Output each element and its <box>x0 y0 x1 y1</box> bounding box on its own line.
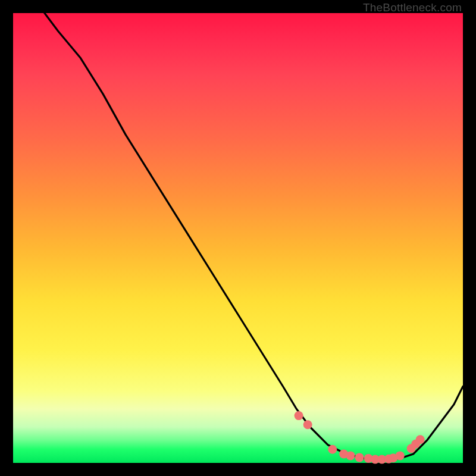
attribution-text: TheBottleneck.com <box>363 1 462 14</box>
highlight-dot <box>396 451 405 460</box>
chart-frame: TheBottleneck.com <box>0 0 476 476</box>
chart-overlay <box>13 13 463 463</box>
highlight-dot <box>346 451 355 460</box>
highlight-dot <box>295 411 303 420</box>
bottleneck-curve <box>45 13 463 460</box>
highlight-dot <box>303 420 312 429</box>
highlight-dot <box>355 453 364 462</box>
highlight-dot <box>328 445 337 454</box>
highlight-dot <box>416 435 425 444</box>
